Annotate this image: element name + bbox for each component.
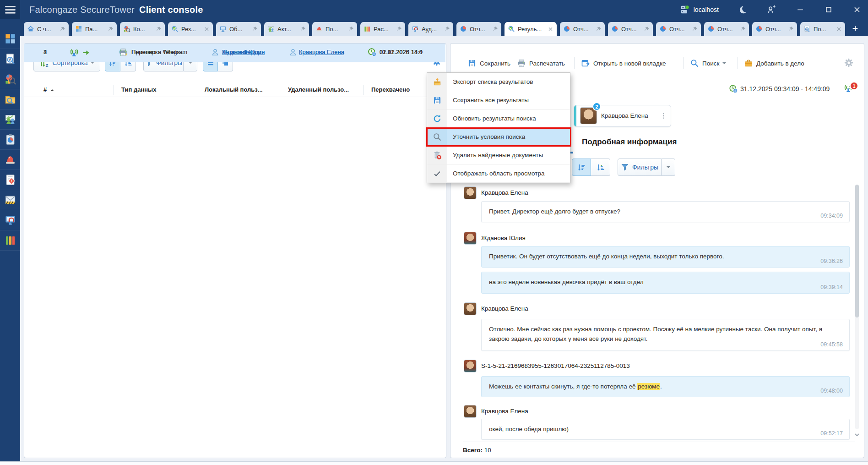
chat-message[interactable]: Привет. Директор ещё долго будет в отпус… xyxy=(481,201,850,222)
sidebar-item[interactable] xyxy=(0,89,20,109)
tab-action-icon[interactable] xyxy=(252,26,258,32)
server-status-icon[interactable] xyxy=(680,5,690,15)
tab[interactable]: Отч... xyxy=(752,22,797,36)
tab-action-icon[interactable] xyxy=(492,26,498,32)
tab-action-icon[interactable] xyxy=(396,26,402,32)
tab-action-icon[interactable] xyxy=(204,26,210,32)
chat-message[interactable]: на это неделе новенькая девочка придёт в… xyxy=(481,272,850,294)
tab-action-icon[interactable] xyxy=(692,26,698,32)
tab[interactable]: Па... xyxy=(72,22,117,36)
tab[interactable]: Ауд... xyxy=(408,22,453,36)
tab[interactable]: Отч... xyxy=(608,22,653,36)
print-button[interactable]: Распечатать xyxy=(517,56,565,70)
scrollbar-thumb[interactable] xyxy=(855,185,859,317)
tab[interactable]: Акт... xyxy=(264,22,309,36)
tab[interactable]: Рас... xyxy=(360,22,405,36)
tab[interactable]: По... xyxy=(312,22,357,36)
section-title[interactable]: Подробная информация xyxy=(582,137,677,147)
tab[interactable]: По... xyxy=(800,22,845,36)
tab-action-icon[interactable] xyxy=(596,26,602,32)
tab[interactable]: Ко... xyxy=(120,22,165,36)
tab[interactable]: С ч... xyxy=(24,22,69,36)
column-header-remote-user[interactable]: Удаленный пользо... xyxy=(288,86,349,93)
switch-user-icon[interactable] xyxy=(766,5,776,15)
sidebar-item[interactable] xyxy=(0,230,20,251)
column-divider[interactable] xyxy=(114,85,114,95)
menu-item[interactable]: Обновить результаты поиска xyxy=(427,109,570,128)
contact-card[interactable]: 2 Кравцова Елена xyxy=(574,105,671,127)
sidebar-item[interactable] xyxy=(0,29,20,49)
chat-message[interactable]: Отлично. Мне сейчас как раз нужна помощь… xyxy=(481,319,850,351)
chat-sort-ascending-button[interactable] xyxy=(572,159,591,176)
open-in-new-tab-button[interactable]: Открыть в новой вкладке xyxy=(581,56,666,70)
column-divider[interactable] xyxy=(198,85,198,95)
tab[interactable]: Отч... xyxy=(456,22,501,36)
tab[interactable]: Отч... xyxy=(704,22,749,36)
chat-filters-dropdown-button[interactable] xyxy=(662,159,675,176)
tab-action-icon[interactable] xyxy=(788,26,794,32)
column-divider[interactable] xyxy=(363,85,363,95)
sidebar-item[interactable] xyxy=(0,49,20,69)
column-header-num[interactable]: # xyxy=(43,86,54,93)
local-user-link[interactable]: Ветров Федор xyxy=(222,49,261,55)
tab-icon xyxy=(508,25,515,33)
chat-message[interactable]: Приветик. Он будет отсутствовать ещё до … xyxy=(481,246,850,268)
theme-toggle-icon[interactable] xyxy=(738,5,747,14)
chat-sort-descending-button[interactable] xyxy=(591,159,610,176)
sidebar-item[interactable] xyxy=(0,109,20,130)
alert-count-badge: 1 xyxy=(850,82,858,90)
sidebar-item[interactable] xyxy=(0,150,20,170)
chevron-down-icon xyxy=(189,62,192,66)
tab-action-icon[interactable] xyxy=(348,26,354,32)
new-tab-button[interactable] xyxy=(848,22,862,35)
tab[interactable]: Об... xyxy=(216,22,261,36)
column-header-type[interactable]: Тип данных xyxy=(121,86,156,93)
close-button[interactable] xyxy=(852,5,862,14)
contact-menu-icon[interactable] xyxy=(660,112,667,120)
tab-label: По... xyxy=(326,26,348,33)
tab[interactable]: Резуль... xyxy=(505,22,557,36)
menu-item[interactable]: Удалить найденные документы xyxy=(427,146,570,164)
menu-item[interactable]: Отображать область просмотра xyxy=(427,164,570,183)
main-menu-button[interactable] xyxy=(0,0,20,19)
scroll-down-icon[interactable] xyxy=(853,431,861,438)
menu-item[interactable]: Уточнить условия поиска xyxy=(427,128,570,146)
sidebar-item[interactable] xyxy=(0,210,20,230)
interception-source-icon xyxy=(69,48,79,58)
column-divider[interactable] xyxy=(280,85,280,95)
tab-action-icon[interactable] xyxy=(740,26,746,32)
menu-item[interactable]: Экспорт списка результатов xyxy=(427,73,570,91)
chat-message[interactable]: Можешь ее контакты скинуть, я где-то пот… xyxy=(481,376,850,397)
sidebar-item[interactable] xyxy=(0,170,20,190)
table-row[interactable]: 4 Принтер Ветров Федор 02.01.2026 14:0 xyxy=(24,44,445,62)
outgoing-direction-icon xyxy=(82,49,90,57)
viewer-settings-button[interactable] xyxy=(844,58,854,68)
tab[interactable]: Рез... xyxy=(168,22,213,36)
tab-action-icon[interactable] xyxy=(300,26,306,32)
tab-action-icon[interactable] xyxy=(836,26,842,32)
tab[interactable]: Отч... xyxy=(560,22,605,36)
tab-action-icon[interactable] xyxy=(444,26,450,32)
tab-action-icon[interactable] xyxy=(60,26,65,32)
save-button[interactable]: Сохранить xyxy=(467,56,510,70)
sidebar-item[interactable] xyxy=(0,69,20,89)
sidebar-item[interactable] xyxy=(0,130,20,150)
tab-action-icon[interactable] xyxy=(644,26,650,32)
menu-item[interactable]: Сохранить все результаты xyxy=(427,91,570,109)
sidebar-item[interactable] xyxy=(0,190,20,210)
column-header-local-user[interactable]: Локальный польз... xyxy=(205,86,263,93)
minimize-button[interactable] xyxy=(796,5,805,14)
chat-filters-button[interactable]: Фильтры xyxy=(618,159,662,176)
chat-scrollbar[interactable] xyxy=(855,185,859,429)
column-header-intercepted[interactable]: Перехвачено xyxy=(371,86,410,93)
tab-action-icon[interactable] xyxy=(156,26,162,32)
tab-label: По... xyxy=(814,26,836,33)
tab-action-icon[interactable] xyxy=(108,26,114,32)
add-to-case-button[interactable]: Добавить в дело xyxy=(744,56,804,70)
tab-action-icon[interactable] xyxy=(548,26,553,32)
search-button[interactable]: Поиск xyxy=(690,56,726,70)
chevron-down-icon xyxy=(91,62,94,66)
chat-message[interactable]: окей, после обеда пришлю) 09:52:17 xyxy=(481,419,850,440)
maximize-button[interactable] xyxy=(824,5,833,14)
tab[interactable]: Отч... xyxy=(656,22,701,36)
